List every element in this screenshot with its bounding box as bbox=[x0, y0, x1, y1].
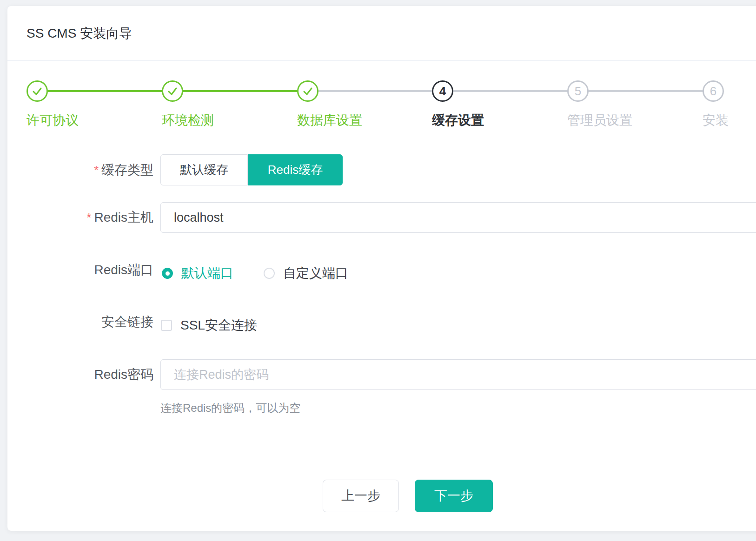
step-number: 4 bbox=[439, 85, 446, 97]
custom-port-radio-row: 自定义端口 bbox=[264, 264, 348, 282]
step-number-circle: 4 bbox=[432, 80, 453, 102]
step-connector-4-5 bbox=[452, 90, 568, 92]
step-cache: 4 缓存设置 bbox=[432, 80, 453, 102]
ssl-checkbox-row: SSL安全连接 bbox=[161, 317, 257, 334]
step-label: 数据库设置 bbox=[297, 112, 362, 128]
default-port-radio-label[interactable]: 默认端口 bbox=[181, 264, 233, 282]
step-database: 数据库设置 bbox=[297, 80, 318, 102]
next-step-button[interactable]: 下一步 bbox=[415, 480, 493, 512]
step-number: 6 bbox=[710, 85, 716, 97]
step-check-circle bbox=[162, 80, 183, 102]
check-icon bbox=[166, 85, 179, 97]
step-environment: 环境检测 bbox=[162, 80, 183, 102]
step-check-circle bbox=[27, 80, 48, 102]
install-wizard-card: SS CMS 安装向导 许可协议 环境检测 数据库设置 bbox=[7, 6, 756, 531]
ssl-checkbox-label[interactable]: SSL安全连接 bbox=[180, 317, 257, 334]
step-label: 安装 bbox=[703, 112, 729, 128]
step-number-circle: 6 bbox=[703, 80, 724, 102]
ssl-checkbox[interactable] bbox=[161, 320, 172, 331]
step-connector-2-3 bbox=[182, 90, 298, 92]
step-connector-5-6 bbox=[588, 90, 703, 92]
page-title: SS CMS 安装向导 bbox=[27, 25, 132, 42]
required-mark: * bbox=[86, 211, 91, 224]
default-cache-button[interactable]: 默认缓存 bbox=[160, 154, 248, 185]
redis-password-helper: 连接Redis的密码，可以为空 bbox=[160, 401, 300, 416]
footer-divider bbox=[27, 465, 756, 465]
cache-type-toggle-group: 默认缓存 Redis缓存 bbox=[160, 154, 343, 185]
cache-type-label: *缓存类型 bbox=[7, 162, 153, 178]
step-number: 5 bbox=[575, 85, 581, 97]
step-label: 缓存设置 bbox=[432, 112, 484, 128]
step-label: 管理员设置 bbox=[567, 112, 632, 128]
required-mark: * bbox=[94, 163, 99, 177]
redis-host-label: *Redis主机 bbox=[7, 210, 153, 225]
wizard-header: SS CMS 安装向导 bbox=[7, 6, 756, 61]
step-connector-3-4 bbox=[318, 90, 433, 92]
step-connector-1-2 bbox=[47, 90, 163, 92]
custom-port-radio-label[interactable]: 自定义端口 bbox=[283, 264, 348, 282]
step-install: 6 安装 bbox=[703, 80, 724, 102]
step-label: 环境检测 bbox=[162, 112, 214, 128]
redis-host-input[interactable] bbox=[160, 202, 756, 233]
redis-password-label: Redis密码 bbox=[7, 367, 153, 383]
redis-cache-button[interactable]: Redis缓存 bbox=[248, 154, 343, 185]
step-number-circle: 5 bbox=[567, 80, 589, 102]
custom-port-radio[interactable] bbox=[264, 268, 275, 279]
check-icon bbox=[302, 85, 314, 97]
default-port-radio-row: 默认端口 bbox=[162, 264, 233, 282]
step-license: 许可协议 bbox=[27, 80, 48, 102]
default-port-radio[interactable] bbox=[162, 268, 173, 279]
check-icon bbox=[31, 85, 43, 97]
prev-step-button[interactable]: 上一步 bbox=[323, 480, 399, 512]
step-check-circle bbox=[297, 80, 318, 102]
redis-port-label: Redis端口 bbox=[7, 262, 153, 278]
step-label: 许可协议 bbox=[27, 112, 79, 128]
step-admin: 5 管理员设置 bbox=[567, 80, 589, 102]
radio-dot bbox=[166, 271, 170, 276]
ssl-label: 安全链接 bbox=[7, 314, 153, 330]
redis-password-input[interactable] bbox=[160, 359, 756, 390]
